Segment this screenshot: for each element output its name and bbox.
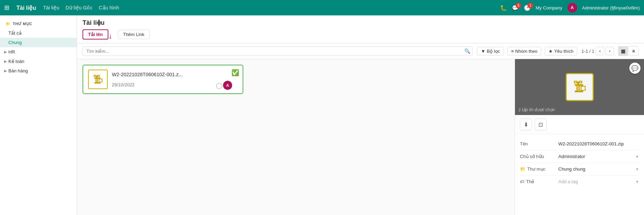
filter-button[interactable]: ▼ Bộ lọc <box>477 47 504 56</box>
file-list: 🗜 W2-20221028T060610Z-001.z... 29/10/202… <box>77 59 515 215</box>
chevron-banhang-icon: ▶ <box>4 69 7 73</box>
file-radio[interactable] <box>216 83 222 89</box>
upload-button[interactable]: Tải lên <box>83 29 108 40</box>
folder-dropdown-icon: ▼ <box>635 167 639 171</box>
search-input[interactable] <box>83 46 473 56</box>
folder-section-icon: 📁 <box>6 22 11 26</box>
content-area: Tài liệu Tải lên ↓ Thêm Link 🔍 ▼ Bộ lọc … <box>77 15 644 215</box>
download-icon: ⬇ <box>524 121 528 128</box>
file-name: W2-20221028T060610Z-001.z... <box>112 72 238 77</box>
tag-label-icon: 🏷 <box>520 179 524 184</box>
menu-cau-hinh[interactable]: Cấu hình <box>99 5 119 10</box>
file-card[interactable]: 🗜 W2-20221028T060610Z-001.z... 29/10/202… <box>83 65 243 94</box>
field-ten-label-text: Tên <box>520 141 528 146</box>
field-ten-value[interactable]: W2-20221028T060610Z-001.zip <box>558 141 639 146</box>
timer-icon[interactable]: 🕐1 <box>524 5 531 11</box>
arrow-indicator-icon: ↓ <box>108 31 112 41</box>
add-link-button[interactable]: Thêm Link <box>118 30 150 39</box>
chat-icon[interactable]: 💬6 <box>512 5 519 11</box>
sidebar-item-hr[interactable]: ▶ HR <box>0 47 77 57</box>
field-owner-label-text: Chủ sở hữu <box>520 154 544 159</box>
owner-dropdown-icon: ▼ <box>635 155 639 159</box>
field-folder-label: 📁 Thư mục <box>520 166 555 172</box>
field-tag-value[interactable]: Add a tag ▼ <box>558 179 639 184</box>
content-and-preview: 🗜 W2-20221028T060610Z-001.z... 29/10/202… <box>77 59 644 215</box>
preview-fields: Tên W2-20221028T060610Z-001.zip Chủ sở h… <box>515 134 644 191</box>
sidebar-item-chung[interactable]: Chung <box>0 38 77 47</box>
preview-zip-icon: 🗜 <box>573 80 586 95</box>
view-toggle: ▦ ≡ <box>618 46 638 56</box>
field-folder-text: Chung chung <box>558 166 585 172</box>
preview-chat-button[interactable]: 💬 <box>629 63 641 74</box>
field-tag-label-text: Thẻ <box>526 179 534 184</box>
page-title: Tài liệu <box>83 19 638 27</box>
group-button[interactable]: ≡ Nhóm theo <box>507 47 541 56</box>
file-owner-avatar: A <box>223 81 232 90</box>
topnav-right: 🐛 💬6 🕐1 My Company A Administrator (fj6n… <box>500 3 640 13</box>
zip-icon: 🗜 <box>93 74 103 85</box>
sidebar-label-ketoan: Kế toán <box>8 59 24 64</box>
next-page-button[interactable]: › <box>606 47 614 55</box>
selected-label: 1 tập tin được chọn <box>518 107 555 112</box>
field-ten-label: Tên <box>520 141 555 146</box>
brand-label: Tài liệu <box>16 5 36 11</box>
timer-badge: 1 <box>528 3 533 8</box>
sidebar-label-banhang: Bán hàng <box>8 68 28 73</box>
sidebar-item-ketoan[interactable]: ▶ Kế toán <box>0 57 77 66</box>
bug-icon[interactable]: 🐛 <box>500 5 507 11</box>
field-tag: 🏷 Thẻ Add a tag ▼ <box>520 175 639 188</box>
sidebar-label-chung: Chung <box>8 40 22 45</box>
field-folder-label-text: Thư mục <box>527 166 545 172</box>
star-icon: ★ <box>549 49 553 54</box>
list-view-button[interactable]: ≡ <box>629 46 638 56</box>
brand: Tài liệu <box>16 5 36 11</box>
preview-thumbnail: 🗜 1 tập tin được chọn 💬 <box>515 59 644 115</box>
tag-dropdown-icon: ▼ <box>635 180 639 184</box>
download-button[interactable]: ⬇ <box>520 119 532 130</box>
grid-view-button[interactable]: ▦ <box>618 46 628 56</box>
folder-label-icon: 📁 <box>520 166 525 172</box>
chevron-hr-icon: ▶ <box>4 50 7 54</box>
preview-zip-icon-wrap: 🗜 <box>566 73 594 101</box>
prev-page-button[interactable]: ‹ <box>596 47 604 55</box>
filter-icon: ▼ <box>481 49 485 54</box>
field-ten: Tên W2-20221028T060610Z-001.zip <box>520 138 639 150</box>
field-owner-text: Administrator <box>558 154 585 159</box>
field-tag-text: Add a tag <box>558 179 578 184</box>
share-icon: ⊡ <box>538 121 543 128</box>
topnav: ⊞ Tài liệu Tài liệu Dữ liệu Gốc Cấu hình… <box>0 0 644 15</box>
page-actions: Tải lên ↓ Thêm Link <box>83 29 638 40</box>
page-header: Tài liệu Tải lên ↓ Thêm Link <box>77 15 644 43</box>
sidebar-label-hr: HR <box>8 49 15 55</box>
file-icon-wrap: 🗜 <box>88 70 108 89</box>
chat-badge: 6 <box>516 3 521 8</box>
fav-button[interactable]: ★ Yêu thích <box>545 47 577 56</box>
sidebar: 📁 THƯ MỤC Tất cả Chung ▶ HR ▶ Kế toán ▶ … <box>0 15 77 215</box>
field-folder-value[interactable]: Chung chung ▼ <box>558 166 639 172</box>
toolbar-filters: ▼ Bộ lọc ≡ Nhóm theo ★ Yêu thích <box>477 47 577 56</box>
toolbar: 🔍 ▼ Bộ lọc ≡ Nhóm theo ★ Yêu thích 1-1 /… <box>77 43 644 59</box>
field-owner-value[interactable]: Administrator ▼ <box>558 154 639 159</box>
file-check-icon: ✅ <box>231 69 239 77</box>
field-owner: Chủ sở hữu Administrator ▼ <box>520 150 639 163</box>
menu-tai-lieu[interactable]: Tài liệu <box>43 5 59 10</box>
chat-bubble-icon: 💬 <box>631 65 638 72</box>
avatar[interactable]: A <box>567 3 577 13</box>
fav-label: Yêu thích <box>554 49 573 54</box>
preview-panel: 🗜 1 tập tin được chọn 💬 ⬇ ⊡ <box>515 59 644 215</box>
menu-du-lieu-goc[interactable]: Dữ liệu Gốc <box>66 5 93 10</box>
app-grid-icon[interactable]: ⊞ <box>4 4 9 12</box>
search-icon[interactable]: 🔍 <box>464 48 470 54</box>
filter-label: Bộ lọc <box>487 49 500 54</box>
search-bar: 🔍 <box>83 46 473 56</box>
pagination-label: 1-1 / 1 <box>581 49 594 54</box>
field-folder: 📁 Thư mục Chung chung ▼ <box>520 163 639 175</box>
sidebar-item-banhang[interactable]: ▶ Bán hàng <box>0 66 77 76</box>
top-menu: Tài liệu Dữ liệu Gốc Cấu hình <box>43 5 493 10</box>
field-tag-label: 🏷 Thẻ <box>520 179 555 184</box>
sidebar-item-all[interactable]: Tất cả <box>0 28 77 38</box>
username-label: Administrator (fj6nyue0vi9m) <box>582 5 640 10</box>
company-label: My Company <box>536 5 563 10</box>
chevron-ketoan-icon: ▶ <box>4 59 7 63</box>
share-button[interactable]: ⊡ <box>535 119 546 130</box>
